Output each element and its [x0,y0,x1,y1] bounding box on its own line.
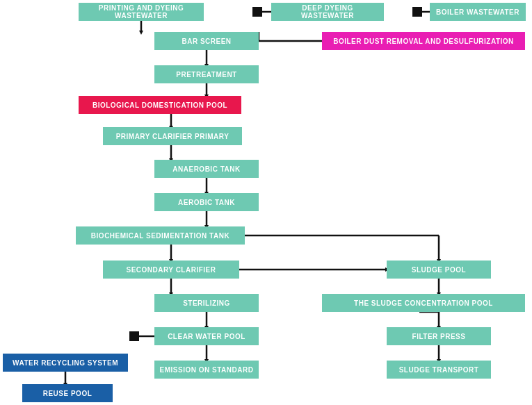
reuse-pool-box: REUSE POOL [22,384,113,402]
deep-dyeing-wastewater-box: DEEP DYEING WASTEWATER [271,3,384,21]
sludge-concentration-pool-box: THE SLUDGE CONCENTRATION POOL [322,294,525,312]
pretreatment-box: PRETREATMENT [154,65,259,83]
filter-press-box: FILTER PRESS [387,327,491,345]
aerobic-tank-box: AEROBIC TANK [154,193,259,211]
svg-rect-4 [252,7,262,17]
bio-domestication-pool-box: BIOLOGICAL DOMESTICATION POOL [79,96,241,114]
sludge-pool-box: SLUDGE POOL [387,261,491,279]
svg-rect-41 [129,331,139,341]
svg-marker-1 [139,31,143,35]
biochem-sedimentation-box: BIOCHEMICAL SEDIMENTATION TANK [76,226,245,245]
primary-clarifier-box: PRIMARY CLARIFIER PRIMARY [103,127,242,145]
emission-on-standard-box: EMISSION ON STANDARD [154,361,259,379]
sterilizing-box: STERILIZING [154,294,259,312]
boiler-dust-removal-box: BOILER DUST REMOVAL AND DESULFURIZATION [322,32,525,50]
secondary-clarifier-box: SECONDARY CLARIFIER [103,261,239,279]
water-recycling-system-box: WATER RECYCLING SYSTEM [3,354,128,372]
printing-dyeing-wastewater-box: PRINTING AND DYEING WASTEWATER [79,3,204,21]
clear-water-pool-box: CLEAR WATER POOL [154,327,259,345]
sludge-transport-box: SLUDGE TRANSPORT [387,361,491,379]
anaerobic-tank-box: ANAEROBIC TANK [154,160,259,178]
boiler-wastewater-box: BOILER WASTEWATER [430,3,526,21]
bar-screen-box: BAR SCREEN [154,32,259,50]
svg-rect-6 [412,7,422,17]
diagram: PRINTING AND DYEING WASTEWATER DEEP DYEI… [0,0,532,405]
